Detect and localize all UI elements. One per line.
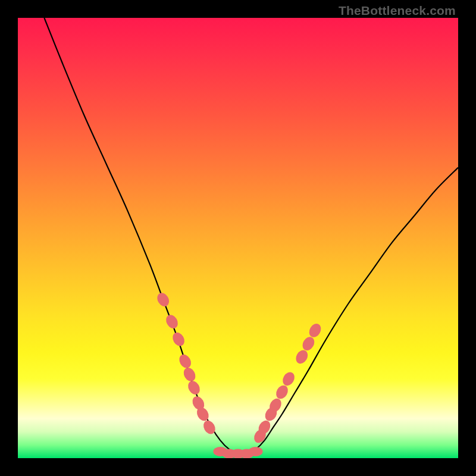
curve-marker [186,379,202,397]
curve-marker [294,348,311,366]
curve-marker [307,322,324,340]
curve-marker [181,366,198,384]
curve-markers-right [252,322,323,445]
curve-marker [280,370,297,388]
plot-area [18,18,458,458]
curve-marker [170,330,187,348]
curve-marker [300,335,317,353]
curve-marker [155,291,171,309]
curve-markers-flat [213,447,262,458]
watermark-text: TheBottleneck.com [339,4,456,18]
curve-markers-left [155,291,217,436]
curve-marker [249,447,263,456]
chart-frame: TheBottleneck.com [0,0,476,476]
bottleneck-curve [18,18,458,458]
curve-marker [274,383,290,401]
curve-marker [164,313,180,331]
curve-marker [177,352,193,370]
